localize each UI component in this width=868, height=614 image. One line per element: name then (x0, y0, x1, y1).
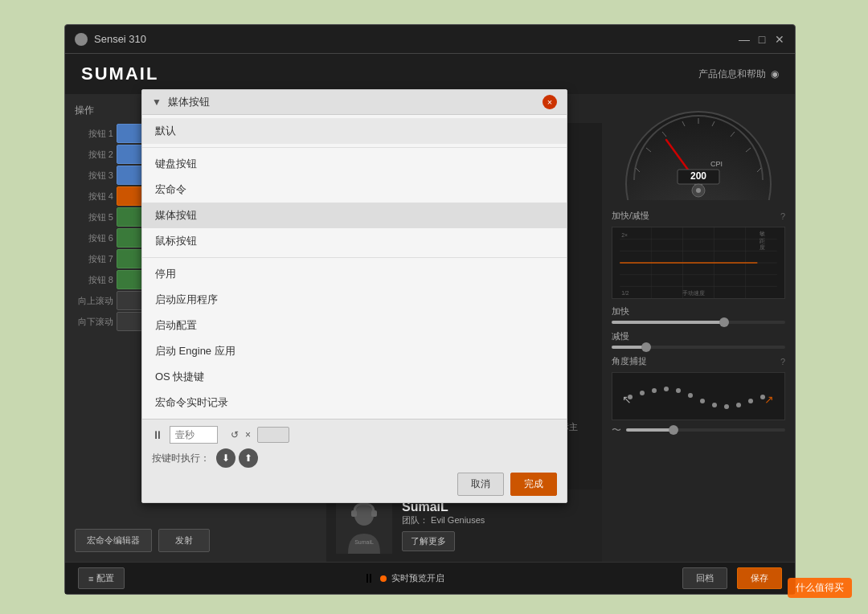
list-item[interactable]: 停用 (142, 261, 567, 287)
list-item[interactable]: 媒体按钮 (142, 203, 567, 228)
app-header: SUMAIL 产品信息和帮助 ◉ (65, 54, 795, 94)
key-execute-row: 按键时执行： ⬇ ⬆ (152, 448, 557, 468)
svg-point-50 (700, 399, 705, 403)
restore-button[interactable]: □ (756, 34, 768, 45)
list-item[interactable]: OS 快捷键 (142, 364, 567, 390)
minimize-button[interactable]: — (739, 34, 750, 45)
svg-rect-8 (351, 510, 357, 517)
angle-chart: ↖ ↗ (612, 372, 785, 420)
footer-buttons: 取消 完成 (152, 473, 557, 496)
app-logo: SUMAIL (81, 63, 158, 84)
repeat-icon: ↺ (231, 429, 239, 440)
svg-point-47 (664, 387, 669, 391)
live-preview: ⏸ 实时预览开启 (134, 571, 673, 586)
app-icon (75, 33, 88, 46)
learn-more-button[interactable]: 了解更多 (402, 531, 455, 551)
list-item[interactable]: 启动 Engine 应用 (142, 338, 567, 364)
svg-text:敏: 敏 (760, 231, 765, 236)
key-execute-label: 按键时执行： (152, 452, 210, 465)
config-button[interactable]: ≡ 配置 (78, 567, 125, 589)
angle-section: 角度捕捉 ? (612, 355, 785, 437)
delay-row: ⏸ ↺ × (152, 426, 557, 444)
accel-slider-section: 加快 (612, 305, 785, 324)
svg-text:200: 200 (690, 170, 706, 182)
svg-text:SumaiL: SumaiL (354, 539, 374, 545)
svg-point-52 (724, 404, 729, 409)
decel-slider-track[interactable] (612, 346, 785, 349)
accel-chart: 敏 距 度 2× 手动速度 1/2 (612, 227, 785, 299)
svg-point-54 (748, 399, 753, 403)
dropdown-close-button[interactable]: × (542, 95, 557, 109)
close-small-icon: × (245, 429, 251, 440)
accel-help-icon[interactable]: ? (780, 211, 785, 221)
accel-slider-track[interactable] (612, 321, 785, 324)
svg-point-49 (688, 393, 693, 398)
list-item[interactable]: 宏命令 (142, 177, 567, 203)
svg-text:2×: 2× (621, 232, 628, 238)
config-icon: ≡ (88, 574, 93, 583)
dropdown-divider (142, 147, 567, 148)
avatar: SumaiL (336, 497, 392, 554)
window-controls: — □ ✕ (739, 34, 785, 45)
key-down-button[interactable]: ⬇ (216, 448, 235, 468)
dropdown-overlay: ▼ 媒体按钮 × 默认 键盘按钮 宏命令 媒体按钮 鼠标按钮 停用 启动应用程序… (141, 89, 567, 503)
main-window: Sensei 310 — □ ✕ SUMAIL 产品信息和帮助 ◉ 操作 ▶ 按… (64, 24, 796, 595)
watermark: 什么值得买 (788, 578, 852, 598)
list-item[interactable]: 启动应用程序 (142, 287, 567, 313)
speedometer: CPI 200 (618, 104, 779, 200)
dropdown-divider (142, 257, 567, 258)
svg-rect-9 (371, 510, 377, 517)
svg-text:度: 度 (760, 244, 765, 250)
key-up-button[interactable]: ⬆ (239, 448, 258, 468)
svg-text:距: 距 (760, 238, 765, 244)
title-bar: Sensei 310 — □ ✕ (65, 25, 795, 54)
dropdown-header: ▼ 媒体按钮 × (142, 90, 567, 115)
app-help[interactable]: 产品信息和帮助 ◉ (698, 68, 779, 81)
delay-input[interactable] (170, 426, 218, 444)
config-label: 配置 (96, 572, 114, 584)
list-item[interactable]: 鼠标按钮 (142, 228, 567, 254)
live-label: 实时预览开启 (391, 572, 444, 584)
accel-label: 加快 (612, 305, 785, 317)
cancel-button[interactable]: 取消 (457, 473, 504, 496)
svg-point-46 (652, 388, 657, 393)
svg-text:手动速度: 手动速度 (682, 290, 705, 296)
list-item[interactable]: 启动配置 (142, 313, 567, 338)
help-label: 产品信息和帮助 (698, 68, 766, 81)
action-buttons: 宏命令编辑器 发射 (75, 529, 317, 552)
close-button[interactable]: ✕ (774, 34, 785, 45)
bottom-bar: ≡ 配置 ⏸ 实时预览开启 回档 保存 (65, 562, 795, 594)
svg-point-53 (736, 403, 741, 407)
svg-point-45 (640, 391, 645, 395)
angle-slider-track[interactable] (626, 428, 785, 432)
done-button[interactable]: 完成 (510, 473, 557, 496)
live-dot (380, 575, 387, 582)
dropdown-footer: ⏸ ↺ × 按键时执行： ⬇ ⬆ 取消 (142, 419, 567, 502)
option-box[interactable] (257, 427, 289, 443)
list-item[interactable]: 键盘按钮 (142, 151, 567, 177)
decel-label: 减慢 (612, 330, 785, 342)
list-item[interactable]: 宏命令实时记录 (142, 390, 567, 415)
svg-text:↖: ↖ (622, 393, 632, 406)
angle-help-icon[interactable]: ? (780, 357, 785, 366)
fire-button[interactable]: 发射 (158, 529, 210, 552)
window-title: Sensei 310 (94, 33, 739, 45)
help-icon: ◉ (771, 68, 779, 80)
right-panel: CPI 200 加快/减慢 ? (602, 94, 795, 562)
pause-icon: ⏸ (152, 428, 163, 441)
macro-editor-button[interactable]: 宏命令编辑器 (75, 529, 152, 552)
reset-button[interactable]: 回档 (682, 567, 727, 589)
angle-section-title: 角度捕捉 ? (612, 355, 785, 367)
dropdown-arrow-icon: ▼ (152, 96, 162, 108)
list-item[interactable]: 默认 (142, 118, 567, 144)
dropdown-title: 媒体按钮 (168, 95, 210, 109)
svg-point-7 (354, 505, 374, 526)
dropdown-body: 默认 键盘按钮 宏命令 媒体按钮 鼠标按钮 停用 启动应用程序 启动配置 启动 … (142, 115, 567, 419)
save-button[interactable]: 保存 (737, 567, 782, 589)
svg-point-51 (712, 403, 717, 407)
svg-point-27 (696, 188, 701, 193)
profile-team: 团队： Evil Geniuses (402, 514, 592, 526)
svg-text:↗: ↗ (764, 393, 774, 406)
decel-slider-section: 减慢 (612, 330, 785, 349)
key-icons: ⬇ ⬆ (216, 448, 258, 468)
